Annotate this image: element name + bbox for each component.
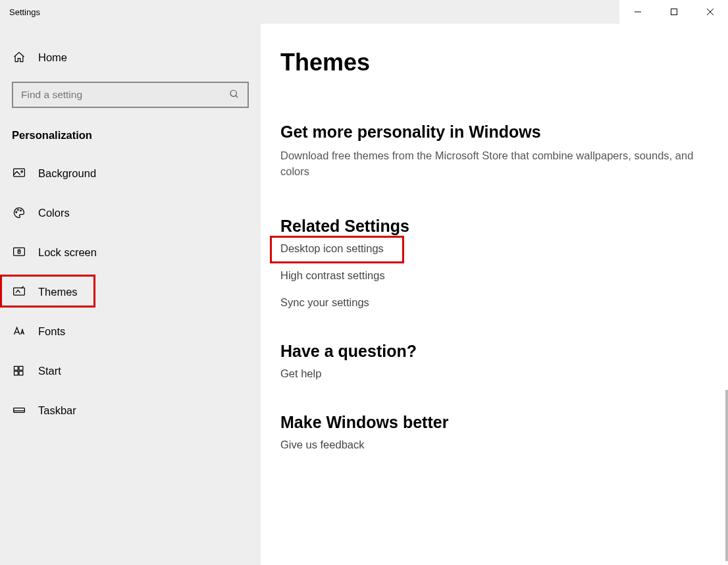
themes-icon — [12, 284, 26, 299]
svg-point-4 — [230, 90, 236, 96]
sidebar-home[interactable]: Home — [0, 42, 261, 72]
search-input[interactable] — [20, 88, 229, 101]
scrollbar[interactable] — [725, 390, 728, 561]
link-high-contrast-settings[interactable]: High contrast settings — [280, 269, 385, 282]
better-heading: Make Windows better — [280, 413, 708, 432]
search-box[interactable] — [12, 82, 249, 108]
lockscreen-icon — [12, 245, 26, 259]
titlebar: Settings — [0, 0, 728, 24]
page-title: Themes — [280, 49, 708, 76]
sidebar-item-lockscreen[interactable]: Lock screen — [0, 232, 261, 272]
svg-rect-17 — [19, 371, 23, 375]
better-links: Give us feedback — [280, 439, 708, 451]
minimize-icon — [634, 8, 642, 16]
sidebar-home-label: Home — [38, 51, 67, 64]
window-title: Settings — [0, 7, 40, 17]
search-icon — [229, 89, 241, 101]
home-icon — [12, 50, 26, 65]
maximize-button[interactable] — [656, 0, 692, 24]
svg-line-5 — [236, 95, 238, 97]
sidebar-item-themes[interactable]: Themes — [0, 272, 261, 311]
svg-point-9 — [18, 209, 19, 211]
related-heading: Related Settings — [280, 217, 708, 236]
svg-point-8 — [16, 211, 17, 213]
svg-point-10 — [20, 210, 22, 211]
svg-rect-1 — [671, 9, 677, 15]
colors-icon — [12, 205, 26, 220]
background-icon — [12, 166, 26, 180]
sidebar-item-label: Colors — [38, 207, 70, 219]
fonts-icon — [12, 324, 26, 338]
close-icon — [706, 8, 714, 16]
personality-heading: Get more personality in Windows — [280, 122, 708, 142]
link-desktop-icon-settings[interactable]: Desktop icon settings — [280, 242, 384, 254]
link-get-help[interactable]: Get help — [280, 367, 321, 380]
sidebar-item-label: Fonts — [38, 325, 65, 338]
svg-rect-11 — [14, 248, 25, 256]
svg-point-7 — [21, 171, 23, 173]
window-controls — [619, 0, 728, 24]
sidebar-item-fonts[interactable]: Fonts — [0, 311, 261, 351]
svg-rect-12 — [18, 251, 20, 253]
maximize-icon — [670, 8, 678, 16]
related-links: Desktop icon settings High contrast sett… — [280, 242, 708, 309]
sidebar-item-start[interactable]: Start — [0, 351, 261, 390]
sidebar-item-background[interactable]: Background — [0, 153, 261, 193]
sidebar-item-label: Background — [38, 167, 96, 180]
start-icon — [12, 363, 26, 378]
sidebar-item-colors[interactable]: Colors — [0, 193, 261, 232]
sidebar-item-taskbar[interactable]: Taskbar — [0, 390, 261, 430]
personality-body: Download free themes from the Microsoft … — [280, 148, 702, 180]
sidebar-category-heading: Personalization — [0, 129, 261, 142]
svg-rect-14 — [14, 366, 18, 370]
svg-rect-16 — [14, 371, 18, 375]
svg-rect-15 — [19, 366, 23, 370]
sidebar-item-label: Themes — [38, 286, 78, 298]
question-links: Get help — [280, 367, 708, 380]
link-sync-your-settings[interactable]: Sync your settings — [280, 296, 369, 309]
svg-rect-18 — [14, 408, 25, 413]
sidebar-nav: Background Colors Lock screen — [0, 153, 261, 430]
minimize-button[interactable] — [619, 0, 656, 24]
main-content: Themes Get more personality in Windows D… — [261, 24, 728, 565]
taskbar-icon — [12, 403, 26, 417]
sidebar-item-label: Start — [38, 365, 61, 377]
close-button[interactable] — [692, 0, 728, 24]
sidebar: Home Personalization Backgro — [0, 24, 261, 565]
sidebar-item-label: Lock screen — [38, 246, 97, 259]
question-heading: Have a question? — [280, 342, 708, 361]
sidebar-item-label: Taskbar — [38, 404, 76, 417]
link-give-feedback[interactable]: Give us feedback — [280, 439, 365, 451]
